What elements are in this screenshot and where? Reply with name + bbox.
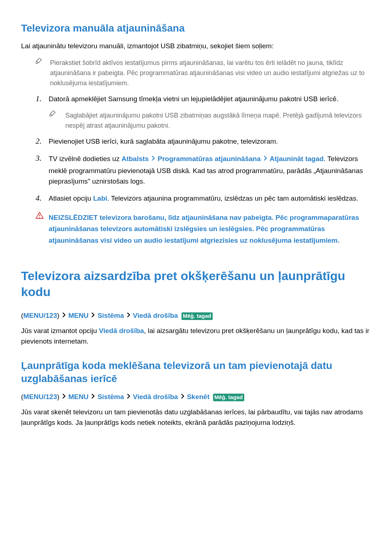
chevron-right-icon (91, 391, 95, 402)
chevron-right-icon (127, 310, 130, 321)
txt: Atlasiet opciju (49, 194, 93, 202)
step-text: TV izvēlnē dodieties uz Atbalsts Program… (49, 153, 371, 186)
step-3: 3. TV izvēlnē dodieties uz Atbalsts Prog… (21, 153, 371, 186)
pencil-icon (49, 111, 65, 119)
menu-path-item: MENU/123 (23, 312, 57, 320)
step-number: 3. (36, 153, 49, 164)
txt: TV izvēlnē dodieties uz (49, 155, 122, 163)
menu-path-item: Viedā drošība (133, 393, 178, 401)
warning-note: NEIZSLĒDZIET televizora barošanu, līdz a… (21, 212, 371, 246)
menu-path-item: Skenēt (187, 393, 209, 401)
txt: . Televizors atjaunina programmatūru, iz… (107, 194, 358, 202)
note-before-update: Pierakstiet šobrīd aktīvos iestatījumus … (21, 58, 371, 89)
step-text: Pievienojiet USB ierīci, kurā saglabāta … (49, 136, 371, 147)
menu-path-item: Viedā drošība (133, 312, 178, 320)
step-number: 1. (36, 94, 49, 104)
step-number: 2. (36, 136, 49, 147)
step-text: Datorā apmeklējiet Samsung tīmekļa vietn… (49, 94, 371, 104)
chevron-right-icon (151, 153, 155, 164)
warning-text: NEIZSLĒDZIET televizora barošanu, līdz a… (49, 212, 371, 246)
chevron-right-icon (181, 391, 184, 402)
menu-path-item: MENU (68, 393, 89, 401)
section-scan-body: Jūs varat skenēt televizoru un tam pievi… (21, 407, 371, 428)
breadcrumb: (MENU/123) MENU Sistēma Viedā drošība Sk… (21, 391, 371, 403)
menu-path-item: MENU (68, 312, 89, 320)
menu-path-item: MENU/123 (23, 393, 57, 401)
rparen: ) (57, 393, 61, 401)
section-manual-update-heading: Televizora manuāla atjaunināšana (21, 22, 371, 35)
rparen: ) (57, 312, 61, 320)
menu-path-item: Atjaunināt tagad (270, 155, 324, 163)
chevron-right-icon (264, 153, 267, 164)
note-text: Saglabājiet atjauninājumu pakotni USB zi… (65, 111, 371, 131)
section-scan-heading: Ļaunprātīga koda meklēšana televizorā un… (21, 359, 371, 386)
chevron-right-icon (62, 310, 66, 321)
menu-path-item: Sistēma (98, 312, 124, 320)
feature-name: Viedā drošība (99, 327, 144, 335)
menu-path-item: Labi (93, 194, 107, 202)
note-text: Pierakstiet šobrīd aktīvos iestatījumus … (50, 58, 371, 89)
breadcrumb: (MENU/123) MENU Sistēma Viedā drošība Mē… (21, 310, 371, 322)
txt: Jūs varat izmantot opciju (21, 327, 99, 335)
warning-icon (36, 212, 49, 221)
step-2: 2. Pievienojiet USB ierīci, kurā saglabā… (21, 136, 371, 147)
intro-text: Lai atjauninātu televizoru manuāli, izma… (21, 41, 371, 51)
step-1-note: Saglabājiet atjauninājumu pakotni USB zi… (21, 111, 371, 131)
step-1: 1. Datorā apmeklējiet Samsung tīmekļa vi… (21, 94, 371, 104)
section-security-heading: Televizora aizsardzība pret okšķerēšanu … (21, 268, 371, 300)
chevron-right-icon (127, 391, 130, 402)
chevron-right-icon (91, 310, 95, 321)
step-text: Atlasiet opciju Labi. Televizors atjauni… (49, 193, 371, 204)
menu-path-item: Sistēma (98, 393, 124, 401)
step-4: 4. Atlasiet opciju Labi. Televizors atja… (21, 193, 371, 204)
section-security-body: Jūs varat izmantot opciju Viedā drošība,… (21, 325, 371, 347)
document-page: Televizora manuāla atjaunināšana Lai atj… (0, 0, 392, 554)
menu-path-item: Programmatūras atjaunināšana (158, 155, 261, 163)
chevron-right-icon (62, 391, 66, 402)
menu-path-item: Atbalsts (122, 155, 149, 163)
pencil-icon (36, 58, 50, 66)
try-now-badge[interactable]: Mēģ. tagad (213, 394, 244, 401)
step-number: 4. (36, 193, 49, 204)
try-now-badge[interactable]: Mēģ. tagad (181, 312, 213, 320)
